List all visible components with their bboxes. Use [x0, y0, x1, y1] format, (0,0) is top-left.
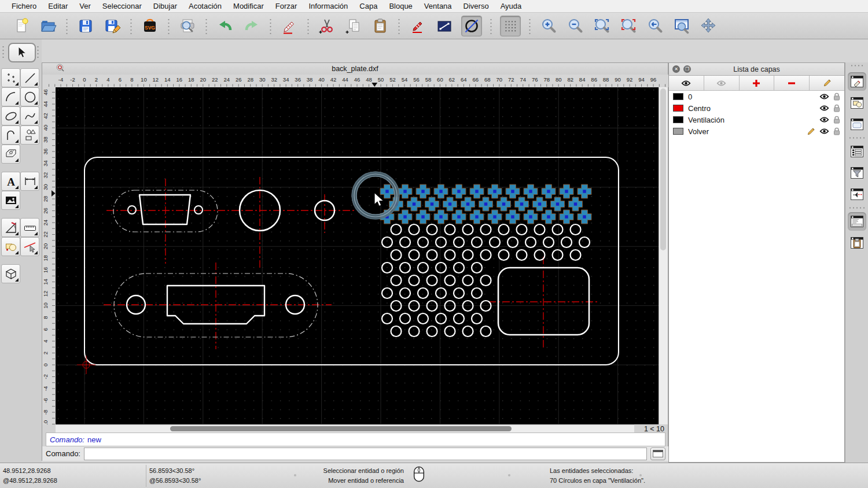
command-detach-button[interactable]	[650, 448, 665, 460]
svg-text:2: 2	[95, 76, 98, 83]
dock-blocks-button[interactable]	[848, 94, 866, 112]
grid-toggle-button[interactable]	[500, 16, 521, 36]
menu-forzar[interactable]: Forzar	[270, 2, 303, 10]
circle-tool-button[interactable]	[20, 87, 39, 106]
menu-acotación[interactable]: Acotación	[183, 2, 227, 10]
undo-button[interactable]	[215, 16, 235, 36]
paste-button[interactable]	[370, 16, 390, 36]
remove-layer-button[interactable]	[774, 76, 810, 90]
toolbar-separator	[307, 18, 309, 34]
cad-canvas[interactable]	[56, 87, 659, 424]
dock-library-icon	[849, 117, 865, 131]
text-tool-button[interactable]: A	[1, 172, 20, 191]
zoom-out-button[interactable]	[565, 16, 585, 36]
zoom-in-button[interactable]	[539, 16, 558, 36]
redo-button[interactable]	[242, 16, 262, 36]
measure-tool-button[interactable]	[20, 218, 39, 237]
edit-layer-button[interactable]	[810, 76, 844, 90]
menu-ayuda[interactable]: Ayuda	[495, 2, 528, 10]
horizontal-scrollbar[interactable]	[56, 424, 634, 433]
block-tool-button[interactable]	[1, 237, 20, 256]
edit-pen-button[interactable]	[408, 16, 428, 36]
layer-lock-toggle[interactable]	[833, 104, 841, 112]
layer-visibility-toggle[interactable]	[819, 93, 829, 100]
menu-ver[interactable]: Ver	[73, 2, 97, 10]
undock-panel-button[interactable]: ❐	[683, 65, 691, 73]
layer-row-Centro[interactable]: Centro	[669, 102, 844, 114]
dock-filter-button[interactable]	[848, 164, 866, 182]
cad-drawing	[56, 87, 659, 424]
layer-visibility-toggle[interactable]	[819, 105, 829, 112]
dock-library-button[interactable]	[848, 115, 866, 134]
save-button[interactable]	[76, 16, 95, 36]
menu-diverso[interactable]: Diverso	[458, 2, 495, 10]
menu-capa[interactable]: Capa	[354, 2, 383, 10]
polyline-tool-button[interactable]	[1, 125, 20, 145]
command-input[interactable]	[84, 448, 647, 460]
pan-button[interactable]	[698, 16, 718, 36]
horizontal-scrollbar-thumb[interactable]	[170, 426, 512, 431]
dock-layers-button[interactable]	[848, 72, 866, 91]
layer-row-Volver[interactable]: Volver	[669, 125, 844, 137]
svg-text:8: 8	[130, 76, 133, 83]
modify-tool-button[interactable]	[1, 218, 20, 237]
arc-tool-button[interactable]	[1, 87, 20, 106]
new-file-button[interactable]	[12, 16, 31, 36]
print-preview-button[interactable]	[178, 16, 197, 36]
cut-button[interactable]	[317, 16, 337, 36]
select-tool-button[interactable]	[8, 43, 36, 62]
dimension-tool-button[interactable]	[20, 172, 39, 191]
solid-tool-button[interactable]	[1, 264, 20, 283]
line-tool-button[interactable]	[20, 68, 39, 87]
delete-entity-button[interactable]	[279, 16, 299, 36]
hide-all-layers-button[interactable]	[704, 76, 740, 90]
layer-row-Ventilación[interactable]: Ventilación	[669, 114, 844, 125]
submenu-corner	[15, 186, 19, 189]
menu-editar[interactable]: Editar	[42, 2, 73, 10]
vertical-scrollbar-thumb[interactable]	[660, 88, 666, 250]
menu-información[interactable]: Información	[303, 2, 354, 10]
pan-icon	[700, 17, 717, 35]
open-file-button[interactable]	[38, 16, 58, 36]
ellipse-tool-button[interactable]	[1, 106, 20, 125]
spline-tool-button[interactable]	[20, 106, 39, 125]
layer-visibility-toggle[interactable]	[819, 128, 829, 135]
copy-button[interactable]	[344, 16, 363, 36]
show-all-layers-button[interactable]	[669, 76, 704, 90]
zoom-selection-button[interactable]	[619, 16, 638, 36]
menu-ventana[interactable]: Ventana	[418, 2, 458, 10]
svg-text:4: 4	[42, 339, 49, 342]
zoom-auto-button[interactable]	[592, 16, 612, 36]
layer-row-0[interactable]: 0	[669, 91, 844, 102]
layer-lock-toggle[interactable]	[833, 93, 841, 101]
save-as-button[interactable]	[102, 16, 122, 36]
points-tool-button[interactable]	[1, 68, 20, 87]
polygon-tool-button[interactable]	[20, 125, 39, 145]
menu-bloque[interactable]: Bloque	[383, 2, 418, 10]
export-svg-button[interactable]: SVG	[140, 16, 160, 36]
draw-circle-tool-button[interactable]	[461, 16, 482, 36]
document-tab-bar[interactable]: back_plate.dxf	[42, 63, 668, 75]
menu-modificar[interactable]: Modificar	[227, 2, 270, 10]
dock-clipboard-button[interactable]	[848, 234, 866, 252]
svg-text:34: 34	[42, 160, 49, 167]
menu-fichero[interactable]: Fichero	[6, 2, 42, 10]
menu-dibujar[interactable]: Dibujar	[148, 2, 183, 10]
menu-seleccionar[interactable]: Seleccionar	[97, 2, 148, 10]
zoom-previous-button[interactable]	[645, 16, 665, 36]
hatch-tool-button[interactable]	[1, 145, 20, 164]
layer-visibility-toggle[interactable]	[819, 116, 829, 123]
draw-tool-grid: A	[1, 68, 41, 283]
select-entity-tool-button[interactable]	[20, 237, 39, 256]
zoom-window-button[interactable]	[672, 16, 692, 36]
layer-lock-toggle[interactable]	[833, 116, 841, 124]
vertical-scrollbar[interactable]	[659, 87, 668, 424]
add-layer-button[interactable]	[740, 76, 775, 90]
draw-line-tool-button[interactable]	[435, 16, 454, 36]
close-panel-button[interactable]: ✕	[672, 65, 680, 73]
dock-command-button[interactable]	[848, 212, 866, 231]
dock-entity-list-button[interactable]	[848, 142, 866, 161]
layer-lock-toggle[interactable]	[833, 127, 841, 135]
image-tool-button[interactable]	[1, 191, 20, 210]
dock-matrix-button[interactable]	[848, 185, 866, 204]
